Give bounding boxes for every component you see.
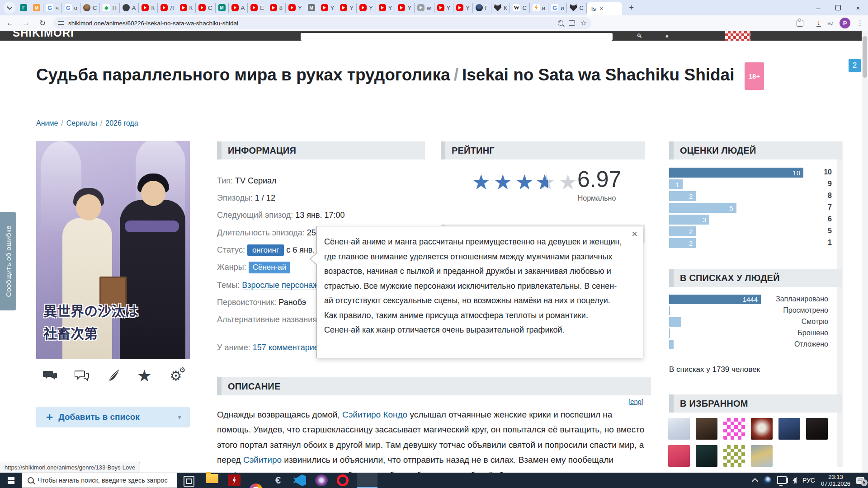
tab-close-icon[interactable]: × [599,5,603,12]
forward-icon[interactable]: → [20,17,33,29]
anime-poster[interactable]: 異世界の沙汰は 社畜次第 [36,141,190,359]
rating-star-icon[interactable]: ★ [557,172,579,192]
genre-tag[interactable]: Сёнен-ай [249,262,291,273]
favorite-avatar-silver-hair-girl[interactable] [668,418,690,440]
browser-tab[interactable]: Gо [62,3,80,13]
list-category-label[interactable]: Запланировано [715,295,828,303]
rating-star-icon[interactable]: ★★ [535,172,557,192]
steam-tray-icon[interactable] [763,476,771,484]
english-description-link[interactable]: [eng] [628,398,643,405]
krita-taskbar-icon[interactable] [250,483,262,488]
site-notification-badge[interactable]: 2 [849,59,861,72]
browser-tab[interactable]: К [177,3,196,13]
browser-tab[interactable]: WС [510,3,529,13]
minimize-button[interactable]: – [808,0,828,15]
downloads-icon[interactable]: ↓ [816,20,821,27]
comments-icon[interactable] [42,368,59,384]
breadcrumb-link[interactable]: 2026 года [105,119,138,127]
menu-kebab-icon[interactable]: ⋮ [857,19,863,27]
list-category-label[interactable]: Смотрю [715,318,828,326]
list-category-label[interactable]: Отложено [715,340,828,348]
browser-tab[interactable]: К [139,3,158,13]
list-category-label[interactable]: Брошено [715,329,828,337]
playlist-icon[interactable]: ≡♪ [827,19,833,27]
browser-tab[interactable]: М [30,3,43,13]
breadcrumb-link[interactable]: Аниме [36,119,58,127]
browser-tab[interactable]: Y [286,3,305,13]
rating-star-icon[interactable]: ★ [514,172,535,192]
browser-tab[interactable]: Y [357,3,376,13]
feather-edit-icon[interactable] [104,368,122,384]
language-indicator[interactable]: РУС [802,477,815,484]
taskbar-search-input[interactable]: Чтобы начать поиск, введите здесь запрос [22,473,177,488]
browser-tab[interactable]: w [415,3,434,13]
browser-tab[interactable]: М [216,3,229,13]
browser-tab[interactable]: С [196,3,215,13]
tab-search-chevron-icon[interactable] [4,2,15,14]
browser-tab[interactable]: Y [337,3,357,13]
browser-tab[interactable]: 8 [267,3,286,13]
page-scrollbar-track[interactable] [862,31,868,473]
chevron-down-icon[interactable]: ▼ [176,413,183,421]
comments-link[interactable]: 157 комментариев [253,343,323,352]
extensions-icon[interactable] [797,20,803,27]
browser-tab[interactable]: Y [453,3,473,13]
favorite-avatar-dark-figure[interactable] [696,418,717,440]
browser-tab[interactable]: Y [318,3,338,13]
maximize-button[interactable] [828,0,848,15]
character-link[interactable]: Сэйитиро Кондо [342,410,407,419]
browser-tab[interactable]: М [305,3,318,13]
network-icon[interactable] [777,476,787,484]
browser-tab[interactable]: Г [17,3,30,13]
site-search-icon[interactable]: 🔍︎ [637,33,642,39]
new-tab-button[interactable]: + [626,2,637,14]
site-bell-icon[interactable]: ♦ [665,33,669,39]
favorite-avatar-saw-mask[interactable] [751,418,773,440]
star-rating[interactable]: ★★★★★★ [470,172,579,192]
bookmark-star-icon[interactable]: ☆ [580,19,587,27]
opera-taskbar-icon[interactable] [337,474,349,486]
list-category-label[interactable]: Просмотрено [715,306,828,314]
active-tab[interactable]: Is × [587,2,622,15]
discussion-icon[interactable] [73,368,90,384]
browser-tab[interactable]: А [229,3,248,13]
browser-tab[interactable]: С [80,3,100,13]
favorite-star-icon[interactable]: ★ [136,368,153,384]
browser-tab[interactable]: Г [473,3,491,13]
browser-tab[interactable]: Е [248,3,267,13]
browser-tab[interactable]: ◆П [100,3,119,13]
theme-link[interactable]: Взрослые персонажи [242,281,323,290]
reload-icon[interactable]: ↻ [36,17,49,29]
save-page-icon[interactable] [569,20,575,26]
volume-icon[interactable] [793,477,797,483]
favorite-avatar-pink-sketch-boy[interactable] [668,445,690,467]
tor-browser-taskbar-icon[interactable] [315,474,328,486]
browser-tab[interactable]: С [567,3,586,13]
task-view-icon[interactable] [184,476,194,487]
browser-tab[interactable]: Y [395,3,415,13]
tooltip-close-icon[interactable]: × [632,229,637,239]
clock[interactable]: 23:13 07.01.2026 [821,474,850,487]
close-button[interactable]: × [848,0,868,15]
back-icon[interactable]: ← [4,17,16,29]
site-info-icon[interactable] [58,21,64,25]
browser-tab[interactable]: Y [434,3,454,13]
vscode-taskbar-icon[interactable] [293,474,306,486]
favorite-avatar-sleeping-blue[interactable] [778,418,800,440]
browser-tab[interactable]: Gч [43,3,62,13]
browser-tab[interactable]: А [120,3,139,13]
favorite-avatar-blond-boy[interactable] [751,445,773,467]
start-button[interactable] [0,473,22,488]
page-scrollbar-thumb[interactable] [863,36,867,78]
browser-tab[interactable]: К [491,3,510,13]
browser-tab[interactable]: и [530,3,548,13]
add-to-list-button[interactable]: + Добавить в список ▼ [36,407,190,427]
browser-tab[interactable]: Gи [548,3,567,13]
rating-star-icon[interactable]: ★ [470,172,492,192]
profile-avatar[interactable]: P [840,18,850,28]
zoom-icon[interactable] [558,20,563,26]
address-bar[interactable]: shikimori.one/animes/60226-isekai-no-sat… [53,17,591,29]
rating-star-icon[interactable]: ★ [492,172,514,192]
favorite-avatar-pink-identicon[interactable] [723,418,745,440]
report-error-tab[interactable]: Сообщить об ошибке [0,212,16,310]
